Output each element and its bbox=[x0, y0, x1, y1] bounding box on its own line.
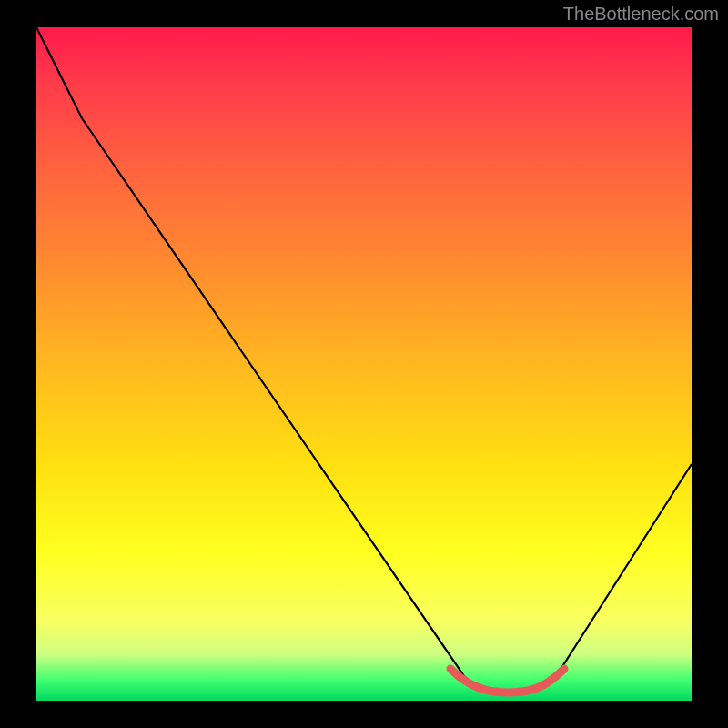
watermark-text: TheBottleneck.com bbox=[563, 4, 719, 25]
plot-area bbox=[36, 27, 692, 701]
bottleneck-curve bbox=[36, 27, 692, 694]
optimal-zone-highlight bbox=[450, 669, 564, 693]
chart-svg bbox=[36, 27, 692, 701]
